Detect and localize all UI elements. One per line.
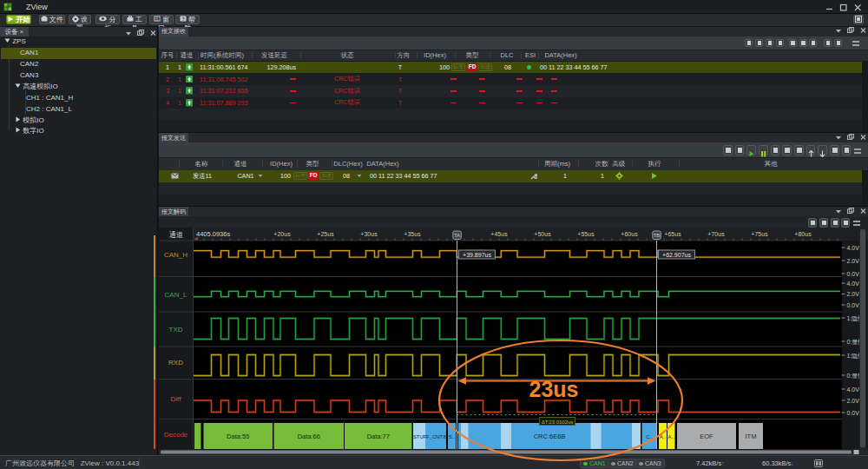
- svg-text:4.0V: 4.0V: [847, 386, 860, 393]
- svg-text:2.0V: 2.0V: [847, 291, 860, 297]
- svg-text:?: ?: [181, 17, 185, 22]
- svg-text:+70us: +70us: [707, 231, 725, 237]
- svg-text:0.0V: 0.0V: [847, 410, 860, 416]
- svg-text:4405.0936s: 4405.0936s: [196, 230, 230, 238]
- svg-text:CAN_L: CAN_L: [165, 291, 187, 299]
- svg-text:TB: TB: [654, 233, 661, 238]
- svg-text:+55us: +55us: [577, 231, 595, 237]
- svg-text:Data:77: Data:77: [367, 433, 390, 440]
- svg-text:0.0V: 0.0V: [847, 271, 860, 277]
- svg-text:S..: S..: [449, 434, 456, 439]
- svg-text:ITM: ITM: [746, 433, 757, 440]
- svg-text:通道: 通道: [169, 230, 183, 239]
- svg-text:Diff: Diff: [171, 395, 182, 403]
- svg-text:+65us: +65us: [664, 231, 681, 237]
- svg-text:+30us: +30us: [360, 231, 378, 237]
- svg-text:EOF: EOF: [700, 433, 713, 440]
- svg-text:4.0V: 4.0V: [847, 281, 860, 287]
- svg-text:+60us: +60us: [621, 231, 638, 237]
- svg-text:4.0V: 4.0V: [847, 245, 860, 251]
- svg-text:+50us: +50us: [534, 231, 551, 237]
- svg-text:Decode: Decode: [164, 431, 188, 439]
- svg-text:CAN_H: CAN_H: [164, 251, 187, 259]
- svg-text:TA: TA: [454, 233, 460, 238]
- svg-text:+20us: +20us: [273, 231, 291, 237]
- svg-text:A..: A..: [668, 434, 675, 439]
- svg-text:ΔT:23.0102us: ΔT:23.0102us: [542, 419, 574, 425]
- svg-text:+39.897us: +39.897us: [463, 252, 491, 258]
- svg-text:2.0V: 2.0V: [847, 398, 860, 404]
- svg-text:C..: C..: [646, 434, 653, 439]
- svg-text:2.0V: 2.0V: [847, 258, 860, 264]
- svg-text:+45us: +45us: [490, 231, 508, 237]
- svg-text:RXD: RXD: [168, 359, 183, 367]
- svg-text:TXD: TXD: [169, 326, 183, 334]
- svg-text:+25us: +25us: [317, 231, 334, 237]
- svg-text:+35us: +35us: [404, 231, 421, 237]
- svg-text:CRC:6E6B: CRC:6E6B: [534, 433, 566, 440]
- svg-text:Data:55: Data:55: [227, 433, 249, 440]
- svg-text:+80us: +80us: [794, 231, 812, 237]
- svg-text:0.0V: 0.0V: [847, 302, 860, 308]
- svg-text:STUFF_CNT:6: STUFF_CNT:6: [413, 434, 446, 439]
- svg-text:+75us: +75us: [751, 231, 768, 237]
- svg-text:A..: A..: [660, 434, 667, 439]
- svg-text:+62.907us: +62.907us: [662, 252, 691, 258]
- svg-text:Data:66: Data:66: [298, 433, 320, 440]
